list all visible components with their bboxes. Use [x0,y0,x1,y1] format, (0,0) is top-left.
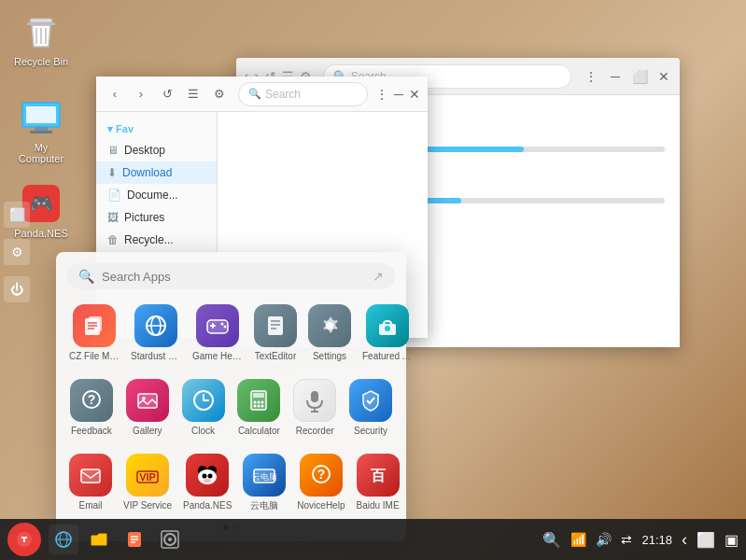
app-stardust[interactable]: Stardust Br... [129,301,183,366]
app-grid-row1: CZ File Man... Stardust Br... Game Helpe… [67,301,395,366]
taskbar-nav-home[interactable]: ⬜ [697,531,715,549]
clock-label: Clock [191,426,215,437]
drawer-expand-icon[interactable]: ↗ [373,269,384,284]
recorder-icon [293,379,336,422]
more-btn[interactable]: ⋮ [583,68,599,85]
novice-icon: ? [300,454,343,497]
recycle-label: Recycle... [124,233,174,246]
app-feedback[interactable]: ? Feedback [67,375,116,441]
app-calculator[interactable]: Calculator [234,375,283,441]
taskbar-camera[interactable] [155,525,185,554]
desktop: Recycle Bin My Computer 🎮 Panda.NES ⬜ ⚙ … [0,0,746,560]
drawer-search-bar[interactable]: 🔍 ↗ [67,263,395,289]
app-baidu[interactable]: 百 Baidu IME [354,450,401,515]
app-yundian[interactable]: 云电脑 云电脑 [241,450,288,515]
maximize-btn[interactable]: ⬜ [631,68,648,85]
fm-menu-btn[interactable]: ☰ [182,83,204,105]
taskbar-notes[interactable] [120,525,149,554]
svg-point-29 [385,326,390,331]
svg-text:云电脑: 云电脑 [252,472,277,482]
app-featured[interactable]: Featured App [360,301,415,366]
svg-point-43 [261,401,264,404]
desktop-icon-small: 🖥 [107,144,119,157]
app-gallery[interactable]: Gallery [123,375,172,441]
sidebar-item-desktop[interactable]: 🖥 Desktop [96,139,217,161]
back-window-controls: ⋮ ─ ⬜ ✕ [583,68,672,85]
pictures-icon: 🖼 [107,211,119,224]
baidu-icon: 百 [357,454,400,497]
app-security[interactable]: Security [346,375,395,441]
fm-back-btn[interactable]: ‹ [104,83,126,105]
texteditor-label: TextEditor [255,351,296,362]
taskbar-time: 21:18 [641,533,672,547]
app-clock[interactable]: Clock [179,375,228,441]
desktop-label: Desktop [124,144,165,157]
app-panda-nes[interactable]: Panda.NES [181,450,233,515]
svg-point-75 [168,538,172,541]
panda-nes-app-label: Panda.NES [183,500,232,511]
recorder-label: Recorder [296,426,334,437]
svg-point-44 [254,405,257,408]
app-texteditor[interactable]: TextEditor [252,301,299,366]
minimize-btn[interactable]: ─ [607,68,624,85]
svg-rect-47 [311,391,318,402]
taskbar-wifi-icon[interactable]: 📶 [570,532,586,547]
taskbar-volume-icon[interactable]: 🔊 [596,532,612,547]
fm-more-btn[interactable]: ⋮ [375,87,388,102]
left-edge-btn-3[interactable]: ⏻ [4,276,30,302]
app-game-helper[interactable]: Game Helper [190,301,245,366]
app-email[interactable]: Email [67,450,114,515]
sidebar-item-documents[interactable]: 📄 Docume... [96,184,217,206]
download-label: Download [122,166,172,179]
app-settings[interactable]: Settings [306,301,353,366]
taskbar-nav-back[interactable]: ‹ [682,530,687,550]
fm-min-btn[interactable]: ─ [394,87,403,102]
featured-icon [366,304,409,347]
my-computer-icon[interactable]: My Computer [7,93,75,168]
fm-gear-btn[interactable]: ⚙ [208,83,231,105]
drawer-search-icon: 🔍 [78,269,94,284]
stardust-icon [134,304,177,347]
svg-point-46 [261,405,264,408]
taskbar-browser[interactable] [49,525,78,554]
feedback-icon: ? [70,379,113,422]
download-icon: ⬇ [107,166,117,179]
app-recorder[interactable]: Recorder [290,375,339,441]
app-novice[interactable]: ? NoviceHelp [295,450,346,515]
security-icon [349,379,392,422]
svg-point-57 [203,474,207,479]
fm-forward-btn[interactable]: › [130,83,152,105]
sidebar-item-download[interactable]: ⬇ Download [96,161,217,184]
taskbar-sync-icon[interactable]: ⇄ [621,532,632,547]
taskbar-nav-recent[interactable]: ▣ [725,531,739,549]
app-cz-file[interactable]: CZ File Man... [67,301,121,366]
fm-search-bar[interactable]: 🔍 Search [238,82,368,106]
svg-rect-0 [30,19,52,22]
baidu-label: Baidu IME [356,500,399,511]
app-vip[interactable]: VIP VIP Service [121,450,174,515]
vip-label: VIP Service [123,500,172,511]
fm-refresh-btn[interactable]: ↺ [156,83,178,105]
drawer-search-input[interactable] [102,270,365,284]
taskbar-search-icon[interactable]: 🔍 [542,531,561,549]
left-edge-btn-1[interactable]: ⬜ [4,202,30,228]
svg-text:VIP: VIP [139,471,156,483]
security-label: Security [354,426,387,437]
left-edge-btn-2[interactable]: ⚙ [4,239,30,265]
taskbar-folder[interactable] [84,525,114,554]
svg-rect-20 [212,323,214,329]
app-grid-row3: Email VIP VIP Service Panda.NES 云电脑 云电脑 [67,450,395,515]
fm-close-btn[interactable]: ✕ [409,87,420,102]
left-edge-panel: ⬜ ⚙ ⏻ [0,194,34,310]
sidebar-item-recycle[interactable]: 🗑 Recycle... [96,229,217,251]
novice-label: NoviceHelp [297,500,345,511]
recycle-bin-icon[interactable]: Recycle Bin [7,7,75,71]
close-btn-back[interactable]: ✕ [655,68,672,85]
yundian-icon: 云电脑 [243,454,286,497]
settings-label: Settings [313,351,346,362]
svg-rect-23 [268,316,283,335]
feedback-label: Feedback [71,426,112,437]
start-button[interactable] [7,523,41,556]
svg-point-21 [221,323,224,326]
sidebar-item-pictures[interactable]: 🖼 Pictures [96,206,217,229]
